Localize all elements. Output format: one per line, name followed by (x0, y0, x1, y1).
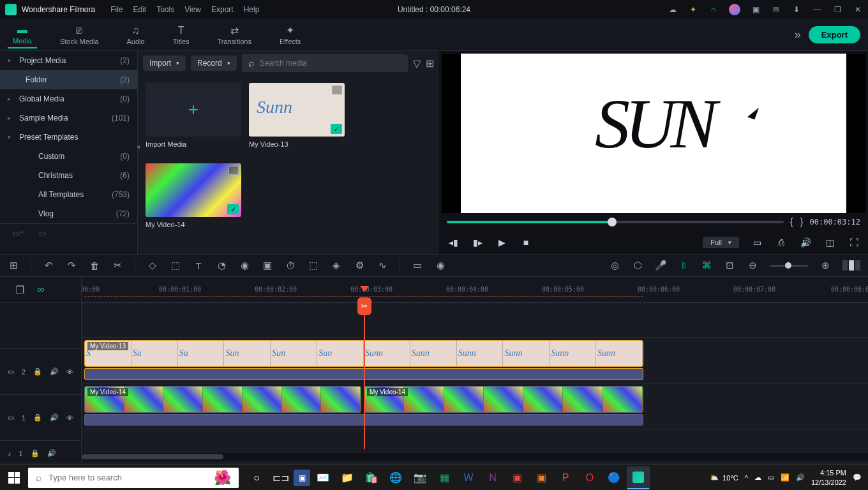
mic-icon[interactable]: 🎤 (655, 260, 666, 271)
sidebar-christmas[interactable]: Christmas(6) (0, 166, 137, 185)
import-dropdown[interactable]: Import▾ (143, 56, 186, 71)
task-app-2[interactable]: ▣ (505, 466, 528, 489)
bracket-left[interactable]: { (790, 216, 793, 228)
speed-icon[interactable]: ◔ (216, 260, 227, 271)
profile-icon[interactable] (729, 4, 740, 15)
playhead[interactable]: ✂ (364, 302, 365, 449)
import-media-tile[interactable]: + Import Media (146, 83, 241, 148)
eye-icon[interactable]: 👁 (66, 368, 73, 376)
tab-transitions[interactable]: ⇄Transitions (213, 22, 257, 48)
zoom-out-icon[interactable]: ⊖ (747, 260, 758, 271)
task-powerpoint[interactable]: P (554, 466, 577, 489)
lock-icon[interactable]: 🔒 (33, 368, 42, 376)
monitor-icon[interactable]: ▭ (751, 236, 763, 249)
folder-icon[interactable]: ▭ (39, 229, 46, 238)
timer-icon[interactable]: ⏱ (285, 260, 296, 271)
task-filmora[interactable] (627, 466, 650, 489)
tab-media[interactable]: ▬Media (8, 22, 37, 48)
cut-icon[interactable]: ✂ (112, 260, 123, 271)
mute-icon[interactable]: 🔊 (47, 449, 56, 457)
record-icon[interactable]: ◉ (435, 260, 446, 271)
duplicate-icon[interactable]: ❐ (15, 284, 24, 296)
zoom-slider[interactable] (770, 265, 808, 267)
task-store[interactable]: 🛍️ (360, 466, 383, 489)
task-instagram[interactable]: 📷 (408, 466, 431, 489)
sidebar-custom[interactable]: Custom(0) (0, 147, 137, 166)
new-folder-icon[interactable]: ▭⁺ (13, 229, 24, 238)
tray-notifications-icon[interactable]: 💬 (853, 473, 862, 482)
sidebar-project-media[interactable]: ▾Project Media(2) (0, 51, 137, 70)
crop-icon[interactable]: ⬚ (170, 260, 181, 271)
render-icon[interactable]: ▭ (412, 260, 423, 271)
undo-icon[interactable]: ↶ (43, 260, 54, 271)
scissors-icon[interactable]: ✂ (357, 297, 371, 315)
headphones-icon[interactable]: ∩ (708, 4, 719, 15)
idea-icon[interactable]: ✦ (688, 4, 698, 15)
sidebar-preset-templates[interactable]: ▾Preset Templates (0, 128, 137, 147)
tab-effects[interactable]: ✦Effects (274, 22, 306, 48)
task-onenote[interactable]: N (481, 466, 504, 489)
task-chrome[interactable]: 🔵 (602, 466, 625, 489)
sidebar-vlog[interactable]: Vlog(72) (0, 204, 137, 223)
magnet-icon[interactable]: ⌘ (701, 260, 712, 271)
eye-icon[interactable]: ◎ (609, 260, 620, 271)
track-view-toggle[interactable] (842, 260, 860, 271)
task-app-3[interactable]: ▣ (530, 466, 553, 489)
eye-icon[interactable]: 👁 (66, 414, 73, 422)
download-icon[interactable]: ⬇ (791, 4, 802, 15)
link-icon[interactable]: ∞ (37, 284, 44, 295)
preview-scrubber[interactable] (447, 221, 784, 223)
clip-video-14b[interactable]: My Video-14 (364, 386, 643, 413)
task-view[interactable]: ⊏⊐ (269, 466, 292, 489)
stop-button[interactable]: ■ (520, 236, 532, 249)
video-track-2[interactable]: My Video-13 SSuSuSunSunSunSunnSunnSunnSu… (82, 337, 868, 383)
start-button[interactable] (0, 465, 28, 491)
collapse-icon[interactable]: ◂ (137, 143, 140, 150)
minimize-icon[interactable]: — (812, 4, 822, 15)
audio-sync-icon[interactable]: ∿ (377, 260, 388, 271)
color-icon[interactable]: ◉ (239, 260, 250, 271)
menu-edit[interactable]: Edit (133, 5, 147, 14)
task-cortana[interactable]: ○ (245, 466, 268, 489)
tray-volume-icon[interactable]: 🔊 (796, 473, 805, 482)
timeline-ruler[interactable]: :00:00 00:00:01:00 00:00:02:00 00:00:03:… (82, 277, 868, 302)
delete-icon[interactable]: 🗑 (89, 260, 100, 271)
snapshot-icon[interactable]: ⎙ (775, 236, 788, 249)
grid-icon[interactable]: ⊞ (8, 260, 19, 271)
fullscreen-icon[interactable]: ⛶ (848, 236, 860, 249)
zoom-in-icon[interactable]: ⊕ (819, 260, 831, 271)
sidebar-sample-media[interactable]: ▸Sample Media(101) (0, 108, 137, 128)
task-excel[interactable]: ▦ (433, 466, 456, 489)
tray-onedrive-icon[interactable]: ☁ (754, 473, 761, 482)
export-button[interactable]: Export (809, 26, 860, 43)
tray-battery-icon[interactable]: ▭ (768, 473, 774, 482)
menu-tools[interactable]: Tools (156, 5, 174, 14)
search-input[interactable] (260, 59, 401, 68)
mute-icon[interactable]: 🔊 (50, 368, 59, 376)
mixer-icon[interactable]: ⫴ (678, 260, 689, 271)
detect-icon[interactable]: ⬚ (308, 260, 319, 271)
taskbar-search-input[interactable] (49, 473, 207, 482)
task-mail[interactable]: ✉️ (311, 466, 334, 489)
shield-icon[interactable]: ⬡ (632, 260, 643, 271)
tray-clock[interactable]: 4:15 PM 12/13/2022 (811, 468, 846, 487)
sidebar-global-media[interactable]: ▸Global Media(0) (0, 89, 137, 108)
keyframe-icon[interactable]: ▣ (262, 260, 273, 271)
lock-icon[interactable]: 🔒 (31, 449, 40, 457)
task-opera[interactable]: O (578, 466, 601, 489)
search-media[interactable]: ⌕ (242, 54, 408, 72)
audio-track-1[interactable] (82, 429, 868, 454)
clip-video-14a[interactable]: My Video-14 (84, 386, 361, 413)
prev-frame-button[interactable]: ◂▮ (447, 236, 460, 249)
text-tool-icon[interactable]: T (193, 260, 204, 271)
grid-view-icon[interactable]: ⊞ (426, 57, 434, 70)
tab-audio[interactable]: ♫Audio (122, 22, 150, 48)
next-frame-button[interactable]: ▮▸ (471, 236, 484, 249)
task-word[interactable]: W (457, 466, 480, 489)
lock-icon[interactable]: 🔒 (33, 413, 42, 422)
volume-icon[interactable]: 🔊 (799, 236, 812, 249)
close-icon[interactable]: ✕ (853, 4, 863, 15)
menu-file[interactable]: File (110, 5, 123, 14)
quality-dropdown[interactable]: Full▾ (703, 237, 739, 248)
task-explorer[interactable]: 📁 (336, 466, 359, 489)
